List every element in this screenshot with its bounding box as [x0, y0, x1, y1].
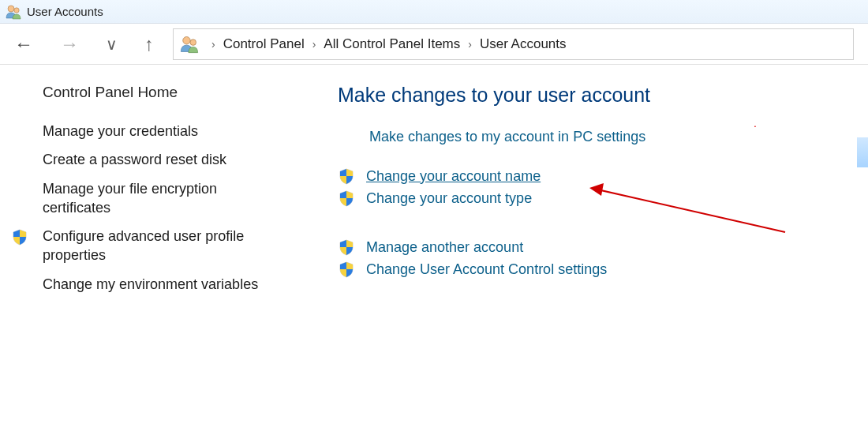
- nav-icons: ← → ∨ ↑: [14, 35, 154, 54]
- user-accounts-icon: [178, 33, 200, 55]
- sidebar-item-label: Manage your credentials: [43, 123, 198, 139]
- svg-point-0: [8, 6, 14, 12]
- shield-icon: [11, 228, 28, 246]
- recent-dropdown[interactable]: ∨: [106, 36, 118, 52]
- sidebar-file-encryption-certs[interactable]: Manage your file encryption certificates: [43, 179, 268, 218]
- breadcrumb-all-items[interactable]: All Control Panel Items: [324, 36, 460, 52]
- sidebar-password-reset-disk[interactable]: Create a password reset disk: [43, 150, 268, 169]
- right-accent-strip: [857, 137, 868, 167]
- sidebar-environment-variables[interactable]: Change my environment variables: [43, 275, 268, 294]
- action-manage-another-account[interactable]: Manage another account: [338, 238, 868, 256]
- action-change-uac-settings[interactable]: Change User Account Control settings: [338, 261, 868, 278]
- forward-button[interactable]: →: [60, 35, 79, 54]
- address-bar[interactable]: › Control Panel › All Control Panel Item…: [173, 28, 854, 60]
- shield-icon: [338, 261, 355, 278]
- sidebar-item-label: Configure advanced user profile properti…: [43, 228, 244, 263]
- shield-icon: [338, 238, 355, 256]
- action-link-label: Change your account name: [366, 168, 541, 185]
- action-link-label: Change your account type: [366, 190, 532, 207]
- back-button[interactable]: ←: [14, 35, 33, 54]
- action-link-label: Change User Account Control settings: [366, 261, 607, 278]
- chevron-right-icon[interactable]: ›: [312, 38, 316, 51]
- breadcrumb-control-panel[interactable]: Control Panel: [223, 36, 305, 52]
- sidebar-item-label: Manage your file encryption certificates: [43, 181, 217, 216]
- svg-point-3: [190, 39, 196, 45]
- chevron-right-icon[interactable]: ›: [468, 38, 472, 51]
- sidebar: Control Panel Home Manage your credentia…: [0, 84, 300, 303]
- sidebar-advanced-profile[interactable]: Configure advanced user profile properti…: [11, 227, 268, 265]
- breadcrumb-user-accounts[interactable]: User Accounts: [480, 36, 567, 52]
- content-area: Control Panel Home Manage your credentia…: [0, 65, 868, 303]
- svg-point-2: [183, 36, 190, 43]
- control-panel-home-link[interactable]: Control Panel Home: [43, 84, 268, 101]
- action-change-account-type[interactable]: Change your account type: [338, 189, 868, 207]
- page-heading: Make changes to your user account: [338, 84, 868, 107]
- window-title: User Accounts: [27, 5, 103, 18]
- up-button[interactable]: ↑: [144, 35, 154, 54]
- shield-icon: [338, 189, 355, 207]
- shield-icon: [338, 167, 355, 185]
- navigation-bar: ← → ∨ ↑ › Control Panel › All Control Pa…: [0, 24, 868, 65]
- action-link-label: Manage another account: [366, 239, 523, 256]
- main-panel: Make changes to your user account Make c…: [300, 84, 868, 303]
- user-accounts-icon: [5, 3, 22, 21]
- chevron-right-icon[interactable]: ›: [211, 38, 215, 51]
- pc-settings-link[interactable]: Make changes to my account in PC setting…: [369, 129, 868, 145]
- title-bar: User Accounts: [0, 0, 868, 24]
- action-change-account-name[interactable]: Change your account name: [338, 167, 868, 185]
- sidebar-item-label: Change my environment variables: [43, 276, 258, 292]
- svg-point-1: [14, 7, 19, 12]
- sidebar-manage-credentials[interactable]: Manage your credentials: [43, 122, 268, 141]
- sidebar-item-label: Create a password reset disk: [43, 152, 226, 167]
